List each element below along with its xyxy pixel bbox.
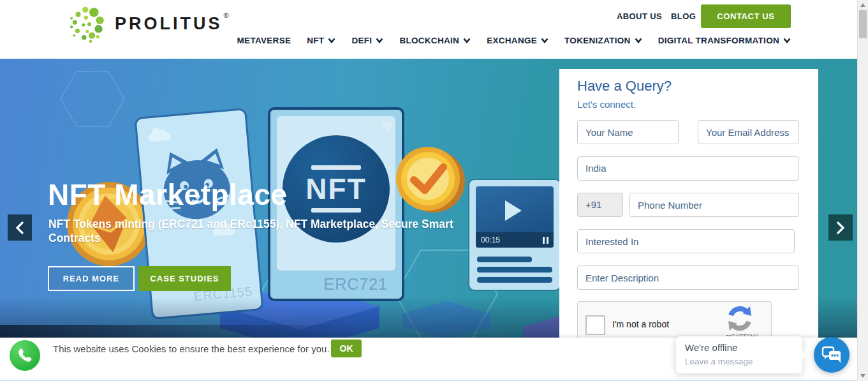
chat-action: Leave a message <box>685 357 753 366</box>
interested-in-input[interactable] <box>577 229 795 253</box>
nav-nft[interactable]: NFT <box>307 36 335 45</box>
chat-status: We're offline <box>685 342 737 353</box>
page: PROLITUS ® ABOUT US BLOG CONTACT US META… <box>0 0 868 381</box>
chevron-down-icon <box>328 38 335 43</box>
chevron-down-icon <box>635 38 642 43</box>
nav-defi[interactable]: DEFI <box>351 36 383 45</box>
chat-offline-tooltip[interactable]: We're offline Leave a message <box>676 336 802 373</box>
nav-label: DIGITAL TRANSFORMATION <box>658 36 779 45</box>
main-nav: METAVERSE NFT DEFI BLOCKCHAIN EXCHANGE T… <box>0 36 791 45</box>
verified-coin-illustration <box>394 144 466 216</box>
phone-input[interactable] <box>629 193 799 217</box>
header: PROLITUS ® ABOUT US BLOG CONTACT US META… <box>0 0 857 59</box>
cookie-ok-button[interactable]: OK <box>331 340 362 357</box>
nft-card-erc721: ♥ NFT ERC721 <box>268 107 404 301</box>
whatsapp-button[interactable] <box>10 340 40 371</box>
nft-text: NFT <box>305 174 366 204</box>
nft-card-video: 00:15 <box>469 180 560 290</box>
description-input[interactable] <box>577 265 799 290</box>
scrollbar-down-arrow[interactable] <box>860 374 865 378</box>
cookie-message: This website uses Cookies to ensure the … <box>53 343 330 355</box>
case-studies-button[interactable]: CASE STUDIES <box>138 266 231 291</box>
scrollbar-up-arrow[interactable] <box>860 3 865 7</box>
chat-launcher-button[interactable] <box>814 337 850 373</box>
slider-prev-button[interactable] <box>8 214 32 241</box>
country-select[interactable]: India <box>577 156 799 181</box>
nav-label: TOKENIZATION <box>564 36 631 45</box>
video-screen: 00:15 <box>476 186 554 248</box>
chevron-down-icon <box>783 38 791 43</box>
nav-blockchain[interactable]: BLOCKCHAIN <box>399 36 471 45</box>
brand-name: PROLITUS <box>115 14 223 34</box>
name-input[interactable] <box>577 120 679 144</box>
pause-icon <box>543 237 548 244</box>
link-blog[interactable]: BLOG <box>671 11 696 21</box>
nav-label: EXCHANGE <box>487 36 537 45</box>
hero-title: NFT Marketplace <box>48 177 288 212</box>
nav-digital-transformation[interactable]: DIGITAL TRANSFORMATION <box>658 36 791 45</box>
query-form-card: Have a Query? Let's connect. India +91 I… <box>559 69 818 341</box>
slider-next-button[interactable] <box>828 214 853 241</box>
chevron-right-icon <box>836 221 845 234</box>
phone-icon <box>17 347 33 364</box>
speech-bubbles-icon <box>821 346 842 364</box>
hero-subtitle: NFT Tokens minting (ERC721 and ERc1155),… <box>48 217 457 245</box>
dial-code-box: +91 <box>577 193 623 217</box>
form-title: Have a Query? <box>577 78 672 94</box>
registered-mark: ® <box>224 11 229 19</box>
chevron-left-icon <box>15 221 24 234</box>
nav-label: BLOCKCHAIN <box>399 36 459 45</box>
decorative-bar <box>311 165 361 170</box>
play-icon <box>505 200 522 221</box>
email-input[interactable] <box>698 120 799 144</box>
nav-label: METAVERSE <box>237 36 291 45</box>
recaptcha-icon <box>726 305 754 332</box>
chevron-down-icon <box>376 38 383 43</box>
nav-metaverse[interactable]: METAVERSE <box>237 36 291 45</box>
link-about-us[interactable]: ABOUT US <box>617 11 662 21</box>
scrollbar-thumb[interactable] <box>859 10 867 38</box>
video-timestamp: 00:15 <box>481 235 500 244</box>
recaptcha-widget: I'm not a robot reCAPTCHA <box>577 301 772 341</box>
text-line <box>477 267 552 273</box>
chevron-down-icon <box>463 38 471 43</box>
nav-exchange[interactable]: EXCHANGE <box>487 36 548 45</box>
text-line <box>477 277 552 283</box>
form-subtitle: Let's connect. <box>577 99 636 110</box>
nav-label: NFT <box>307 36 324 45</box>
card-label: ERC721 <box>324 275 388 294</box>
nav-label: DEFI <box>351 36 372 45</box>
read-more-button[interactable]: READ MORE <box>48 266 135 291</box>
contact-us-button[interactable]: CONTACT US <box>701 4 791 28</box>
chevron-down-icon <box>541 38 548 43</box>
recaptcha-checkbox[interactable] <box>585 315 605 335</box>
video-timebar: 00:15 <box>476 232 554 248</box>
heart-icon: ♥ <box>381 116 393 135</box>
nav-tokenization[interactable]: TOKENIZATION <box>564 36 642 45</box>
text-line <box>477 257 532 262</box>
decorative-bar <box>311 208 361 213</box>
recaptcha-label: I'm not a robot <box>612 319 669 329</box>
scrollbar[interactable] <box>857 0 868 381</box>
cloud-icon <box>148 131 172 142</box>
